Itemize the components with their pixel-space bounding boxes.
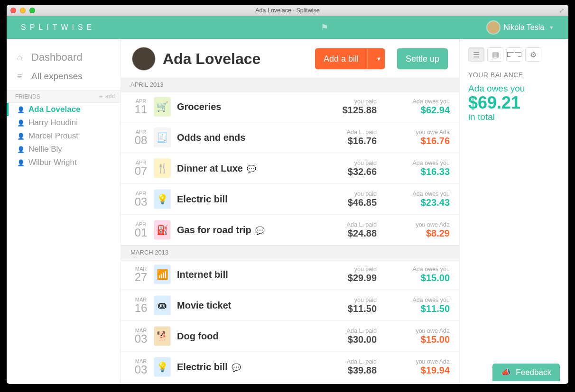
page-header: Ada Lovelace Add a bill ▼ Settle up — [121, 39, 459, 78]
person-icon: 👤 — [17, 146, 25, 153]
friend-avatar — [132, 47, 155, 70]
sidebar-friend[interactable]: 👤Nellie Bly — [7, 143, 121, 156]
window-title: Ada Lovelace · Splitwise — [7, 7, 568, 14]
page-title: Ada Lovelace — [163, 50, 307, 68]
lent-column: Ada owes you$11.50 — [379, 297, 450, 314]
add-friend-button[interactable]: ＋ add — [98, 92, 115, 100]
view-calendar-tab[interactable]: ▦ — [487, 47, 503, 62]
view-list-tab[interactable]: ☰ — [468, 47, 484, 62]
expense-date: MAR03 — [130, 359, 151, 375]
category-icon: 🧾 — [154, 128, 170, 147]
nav-all-expenses[interactable]: ≡ All expenses — [7, 67, 121, 85]
person-icon: 👤 — [17, 119, 25, 127]
settings-button[interactable]: ⚙ — [525, 47, 541, 62]
view-chart-tab[interactable]: ⫍⫎ — [506, 47, 522, 62]
user-menu[interactable]: Nikola Tesla ▼ — [487, 21, 554, 34]
app-topbar: SPLITWISE ⚑ Nikola Tesla ▼ — [7, 16, 568, 39]
expense-row[interactable]: MAR03💡Electric bill💬Ada L. paid$39.88you… — [121, 352, 459, 383]
sidebar-friend[interactable]: 👤Marcel Proust — [7, 129, 121, 143]
expense-name: Electric bill — [177, 194, 320, 205]
add-bill-dropdown[interactable]: ▼ — [367, 48, 385, 69]
nav-all-expenses-label: All expenses — [31, 71, 83, 82]
friend-name: Marcel Proust — [28, 131, 78, 141]
expense-date: APR11 — [130, 99, 151, 115]
add-bill-button[interactable]: Add a bill ▼ — [315, 48, 385, 69]
window-titlebar: Ada Lovelace · Splitwise ⤢ — [7, 5, 568, 16]
expense-date: APR03 — [130, 191, 151, 208]
expense-row[interactable]: APR11🛒Groceriesyou paid$125.88Ada owes y… — [121, 91, 459, 122]
expense-name: Odds and ends — [177, 132, 320, 143]
sidebar-friend[interactable]: 👤Ada Lovelace — [7, 103, 121, 116]
friend-name: Ada Lovelace — [28, 105, 81, 114]
sidebar: ⌂ Dashboard ≡ All expenses FRIENDS ＋ add… — [7, 39, 121, 384]
comment-icon: 💬 — [255, 227, 265, 235]
home-icon: ⌂ — [17, 53, 27, 63]
person-icon: 👤 — [17, 106, 25, 113]
sidebar-friend[interactable]: 👤Wilbur Wright — [7, 156, 121, 169]
paid-column: you paid$32.66 — [320, 160, 377, 177]
friend-name: Harry Houdini — [28, 118, 78, 128]
lent-column: Ada owes you$23.43 — [379, 191, 450, 208]
list-icon: ≡ — [17, 72, 27, 82]
expense-name: Gas for road trip💬 — [177, 225, 320, 236]
avatar — [487, 21, 500, 34]
expense-row[interactable]: APR03💡Electric billyou paid$46.85Ada owe… — [121, 184, 459, 215]
expense-date: APR07 — [130, 160, 151, 177]
expense-name: Groceries — [177, 101, 320, 112]
person-icon: 👤 — [17, 159, 25, 166]
flag-icon[interactable]: ⚑ — [254, 22, 328, 33]
lent-column: Ada owes you$62.94 — [379, 98, 450, 116]
paid-column: Ada L. paid$30.00 — [320, 328, 377, 345]
expense-row[interactable]: APR07🍴Dinner at Luxe💬you paid$32.66Ada o… — [121, 153, 459, 184]
comment-icon: 💬 — [232, 364, 241, 372]
balance-line2: in total — [468, 112, 560, 122]
expense-row[interactable]: APR08🧾Odds and endsAda L. paid$16.76you … — [121, 122, 459, 153]
settle-up-button[interactable]: Settle up — [397, 48, 448, 69]
paid-column: you paid$11.50 — [320, 297, 377, 314]
expense-name: Movie ticket — [177, 300, 320, 311]
lent-column: Ada owes you$16.33 — [379, 160, 450, 177]
expense-date: MAR16 — [130, 297, 151, 314]
comment-icon: 💬 — [247, 165, 256, 173]
add-bill-label[interactable]: Add a bill — [315, 48, 367, 69]
person-icon: 👤 — [17, 133, 25, 140]
paid-column: you paid$29.99 — [320, 266, 377, 283]
close-icon[interactable] — [10, 8, 16, 13]
nav-dashboard[interactable]: ⌂ Dashboard — [7, 47, 121, 67]
category-icon: ⛽ — [154, 220, 170, 239]
sidebar-friend[interactable]: 👤Harry Houdini — [7, 116, 121, 129]
paid-column: Ada L. paid$39.88 — [320, 358, 377, 376]
main-panel: Ada Lovelace Add a bill ▼ Settle up APRI… — [121, 39, 459, 384]
paid-column: you paid$125.88 — [320, 98, 377, 116]
expense-name: Internet bill — [177, 269, 320, 280]
right-column: ☰ ▦ ⫍⫎ ⚙ YOUR BALANCE Ada owes you $69.2… — [459, 39, 568, 384]
expense-row[interactable]: MAR16🎟Movie ticketyou paid$11.50Ada owes… — [121, 290, 459, 321]
minimize-icon[interactable] — [20, 8, 26, 13]
category-icon: 🎟 — [154, 296, 170, 315]
category-icon: 💡 — [154, 190, 170, 209]
expense-row[interactable]: MAR03🐕Dog foodAda L. paid$30.00you owe A… — [121, 321, 459, 352]
category-icon: 📶 — [154, 265, 170, 284]
expense-row[interactable]: MAR27📶Internet billyou paid$29.99Ada owe… — [121, 259, 459, 290]
zoom-icon[interactable] — [29, 8, 35, 13]
lent-column: you owe Ada$16.76 — [379, 129, 450, 146]
expense-row[interactable]: APR01⛽Gas for road trip💬Ada L. paid$24.8… — [121, 215, 459, 246]
chevron-down-icon: ▼ — [549, 25, 554, 30]
expense-date: MAR03 — [130, 328, 151, 345]
feedback-label: Feedback — [516, 368, 551, 377]
brand-logo[interactable]: SPLITWISE — [21, 23, 95, 32]
expense-name: Dog food — [177, 331, 320, 342]
lent-column: Ada owes you$15.00 — [379, 266, 450, 283]
balance-header: YOUR BALANCE — [468, 71, 560, 79]
paid-column: Ada L. paid$16.76 — [320, 129, 377, 146]
feedback-button[interactable]: 📣 Feedback — [492, 364, 560, 381]
expand-icon[interactable]: ⤢ — [559, 7, 565, 14]
nav-dashboard-label: Dashboard — [31, 51, 83, 64]
month-header: APRIL 2013 — [121, 78, 459, 91]
category-icon: 🍴 — [154, 159, 170, 178]
category-icon: 🛒 — [154, 97, 170, 116]
friends-header: FRIENDS ＋ add — [7, 90, 121, 103]
user-name: Nikola Tesla — [503, 23, 544, 32]
friend-name: Wilbur Wright — [28, 158, 77, 167]
category-icon: 💡 — [154, 357, 170, 376]
